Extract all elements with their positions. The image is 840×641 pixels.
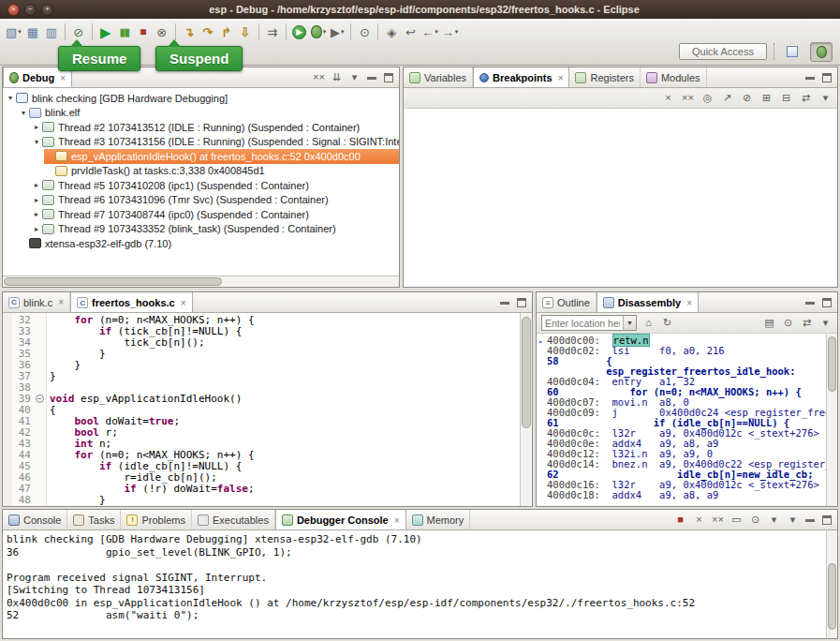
tab-breakpoints[interactable]: Breakpoints× [473,67,569,87]
editor-line[interactable]: 39−void esp_vApplicationIdleHook() [3,394,520,405]
instruction-stepping-icon[interactable]: ⇉ [263,22,282,42]
go-to-file-for-breakpoint-icon[interactable]: ↗ [720,93,734,103]
tab-freertos-hooks-c[interactable]: freertos_hooks.c× [70,292,193,312]
remove-launch-icon[interactable]: × [692,514,706,525]
scrollbar-thumb[interactable] [4,277,222,286]
sync-selection-icon[interactable]: ⇄ [800,318,814,328]
tab-executables[interactable]: Executables [192,510,275,529]
debug-tree-item[interactable]: ▸Thread #9 1073433352 (blink_task) (Susp… [31,222,399,237]
step-into-icon[interactable]: ↴ [180,22,199,42]
new-wizard-icon[interactable]: ▧▾ [4,22,23,42]
debug-tree-item[interactable]: ▸Thread #7 1073408744 (ipc0) (Suspended … [31,207,399,222]
window-maximize-button[interactable]: + [41,4,53,16]
step-return-icon[interactable]: ↱ [217,22,236,42]
location-input[interactable] [542,318,623,329]
close-tab-icon[interactable]: × [558,73,564,83]
tab-disassembly[interactable]: Disassembly× [597,292,699,312]
external-tools-icon[interactable]: ▶▾ [328,22,346,42]
tree-expander-icon[interactable]: ▸ [31,225,42,233]
horizontal-scrollbar[interactable] [3,276,399,287]
minimize-view-button[interactable] [498,296,511,309]
maximize-view-button[interactable] [820,71,833,84]
run-icon[interactable]: ▶ [290,22,309,42]
link-with-debug-view-icon[interactable]: ⇄ [799,93,813,103]
debug-tree-item[interactable]: xtensa-esp32-elf-gdb (7.10) [18,236,399,251]
home-icon[interactable]: ⌂ [641,318,656,328]
maximize-view-button[interactable] [820,296,833,309]
remove-all-terminated-icon[interactable]: ×× [711,514,725,525]
last-edit-location-icon[interactable]: ↩ [401,22,420,42]
save-all-icon[interactable]: ▥ [42,22,61,42]
show-source-icon[interactable]: ▤ [762,318,776,328]
tab-blink-c[interactable]: blink.c× [3,292,70,312]
view-menu-icon[interactable]: ▾ [347,72,361,82]
remove-all-terminated-icon[interactable]: ×× [312,72,326,82]
open-console-icon[interactable]: ▾ [786,514,800,525]
minimize-view-button[interactable] [803,514,817,527]
close-tab-icon[interactable]: × [60,73,66,83]
debug-icon[interactable]: ▾ [309,22,329,42]
remove-all-breakpoints-icon[interactable]: ×× [681,93,695,103]
view-menu-icon[interactable]: ▾ [818,318,833,328]
close-tab-icon[interactable]: × [58,297,64,307]
scrollbar-thumb[interactable] [828,563,836,630]
save-icon[interactable]: ▦ [23,22,42,42]
view-menu-icon[interactable]: ▾ [818,93,833,103]
terminate-icon[interactable]: ■ [134,22,153,42]
minimize-view-button[interactable] [803,71,817,84]
tab-outline[interactable]: Outline [537,292,597,312]
debug-perspective-button[interactable] [810,42,833,62]
tab-debugger-console[interactable]: Debugger Console× [275,510,406,529]
search-icon[interactable]: ⊙ [355,22,374,42]
tab-variables[interactable]: Variables [404,67,473,87]
console-scrollbar[interactable] [826,530,837,638]
maximize-view-button[interactable] [382,71,395,84]
refresh-view-icon[interactable]: ↻ [660,318,674,328]
track-expression-icon[interactable]: ⊙ [781,318,795,328]
forward-icon[interactable]: →▾ [440,22,461,42]
drop-to-frame-icon[interactable]: ⇩ [236,22,255,42]
expand-all-icon[interactable]: ⊞ [759,93,774,103]
maximize-view-button[interactable] [820,514,833,527]
location-dropdown-icon[interactable]: ▼ [623,316,636,330]
skip-all-breakpoints-icon[interactable]: ⊘ [740,93,754,103]
tree-expander-icon[interactable]: ▾ [5,94,16,102]
debug-tree-item[interactable]: esp_vApplicationIdleHook() at freertos_h… [44,149,399,164]
pin-console-icon[interactable]: ⊙ [748,514,762,525]
debug-tree-item[interactable]: ▸Thread #2 1073413512 (IDLE : Running) (… [31,120,399,135]
fold-collapse-icon[interactable]: − [36,395,44,403]
minimize-view-button[interactable] [365,71,378,84]
disassembly-line[interactable]: 400d0c18: addx4 a9, a8, a9 [538,490,826,500]
editor-vertical-scrollbar[interactable] [520,313,532,506]
tree-expander-icon[interactable]: ▾ [31,138,42,146]
maximize-view-button[interactable] [515,296,528,309]
tab-problems[interactable]: Problems [121,510,191,529]
close-tab-icon[interactable]: × [394,515,400,526]
step-over-icon[interactable]: ↷ [199,22,217,42]
instruction-stepping-mode-icon[interactable]: ⇊ [330,72,344,82]
quick-access-button[interactable]: Quick Access [679,43,767,60]
console-output[interactable]: blink checking [GDB Hardware Debugging] … [3,530,826,638]
debug-tree-item[interactable]: ▸Thread #5 1073410208 (ipc1) (Suspended … [31,178,399,193]
minimize-view-button[interactable] [803,296,817,309]
close-tab-icon[interactable]: × [181,298,186,308]
terminate-icon[interactable]: ■ [673,514,687,525]
open-perspective-button[interactable] [781,42,803,62]
window-close-button[interactable]: × [7,4,20,16]
back-icon[interactable]: ←▾ [420,22,440,42]
debug-tree-item[interactable]: prvIdleTask() at tasks.c:3,338 0x400845d… [44,164,399,179]
close-tab-icon[interactable]: × [686,298,692,308]
editor-line[interactable]: 48 } [3,495,520,506]
tab-console[interactable]: Console [3,510,67,529]
resume-icon[interactable]: ▶ [96,22,115,42]
annotation-navigation-icon[interactable]: ◈ [382,22,401,42]
tab-memory[interactable]: Memory [406,510,471,529]
disassembly-scrollbar[interactable] [826,334,837,506]
tab-tasks[interactable]: Tasks [67,510,121,529]
editor-line[interactable]: 36 } [3,360,520,371]
editor-content[interactable]: 32 for (n=0; n<MAX_HOOKS; n++) {33 if (t… [3,313,520,506]
suspend-icon[interactable]: ▮▮ [115,22,134,42]
debug-tree-item[interactable]: ▾Thread #3 1073413156 (IDLE : Running) (… [31,135,399,150]
collapse-all-icon[interactable]: ⊟ [779,93,793,103]
tree-expander-icon[interactable]: ▾ [18,109,29,117]
